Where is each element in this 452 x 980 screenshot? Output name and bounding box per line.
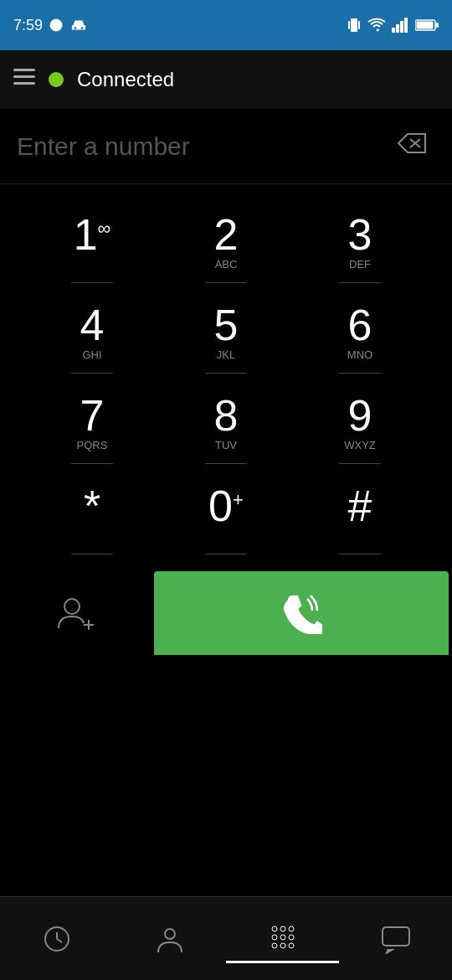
nav-item-recents[interactable] — [0, 916, 113, 962]
svg-rect-5 — [396, 24, 399, 33]
dial-key-6[interactable]: 6MNO — [293, 291, 427, 374]
svg-rect-11 — [13, 69, 35, 71]
header: Connected — [0, 50, 452, 109]
svg-rect-2 — [348, 21, 350, 29]
dial-key-8[interactable]: 8TUV — [159, 382, 293, 464]
dial-key-3[interactable]: 3DEF — [293, 201, 427, 283]
vibrate-icon — [347, 16, 362, 34]
connection-status-label: Connected — [77, 68, 174, 91]
dial-key-7[interactable]: 7PQRS — [25, 382, 159, 464]
svg-point-25 — [289, 926, 294, 931]
backspace-button[interactable] — [388, 124, 435, 168]
menu-button[interactable] — [13, 69, 35, 90]
nav-item-contacts[interactable] — [113, 916, 226, 962]
call-button[interactable] — [154, 571, 449, 655]
number-input[interactable] — [17, 132, 388, 161]
number-input-area — [0, 109, 452, 184]
status-circle-icon — [49, 18, 63, 32]
dial-key-hash[interactable]: # — [293, 472, 427, 554]
svg-rect-13 — [13, 82, 35, 85]
dial-key-1[interactable]: 1∞ — [25, 201, 159, 283]
dial-key-2[interactable]: 2ABC — [159, 201, 293, 283]
svg-point-27 — [280, 935, 285, 940]
svg-rect-6 — [400, 21, 403, 33]
svg-point-31 — [289, 943, 294, 948]
svg-point-26 — [272, 935, 277, 940]
dialpad: 1∞2ABC3DEF4GHI5JKL6MNO7PQRS8TUV9WXYZ*0+# — [0, 184, 452, 571]
status-time: 7:59 — [13, 17, 43, 34]
svg-rect-3 — [358, 21, 360, 29]
nav-item-messages[interactable] — [339, 916, 452, 962]
dial-key-5[interactable]: 5JKL — [159, 291, 293, 374]
svg-rect-12 — [13, 75, 35, 78]
svg-point-29 — [272, 943, 277, 948]
dial-key-star[interactable]: * — [25, 472, 159, 554]
svg-point-24 — [280, 926, 285, 931]
svg-point-16 — [64, 599, 80, 614]
svg-rect-1 — [351, 18, 357, 32]
dial-key-0[interactable]: 0+ — [159, 472, 293, 554]
connection-status-dot — [49, 72, 64, 87]
svg-point-28 — [289, 935, 294, 940]
svg-line-21 — [57, 939, 62, 942]
wifi-icon — [367, 18, 387, 33]
status-bar: 7:59 — [0, 0, 452, 50]
svg-rect-32 — [383, 927, 409, 946]
nav-item-keypad[interactable] — [226, 914, 339, 963]
status-car-icon — [69, 18, 88, 33]
dial-key-9[interactable]: 9WXYZ — [293, 382, 427, 464]
battery-icon — [415, 18, 439, 32]
signal-icon — [392, 18, 410, 33]
svg-rect-4 — [392, 28, 395, 33]
svg-point-22 — [165, 929, 175, 939]
svg-point-23 — [272, 926, 277, 931]
svg-rect-9 — [417, 22, 434, 29]
svg-rect-10 — [436, 23, 439, 28]
add-contact-button[interactable] — [0, 591, 151, 635]
bottom-action — [0, 571, 452, 655]
dial-key-4[interactable]: 4GHI — [25, 291, 159, 374]
svg-rect-7 — [404, 18, 408, 33]
nav-bar — [0, 896, 452, 980]
svg-point-30 — [280, 943, 285, 948]
svg-point-0 — [50, 19, 62, 31]
